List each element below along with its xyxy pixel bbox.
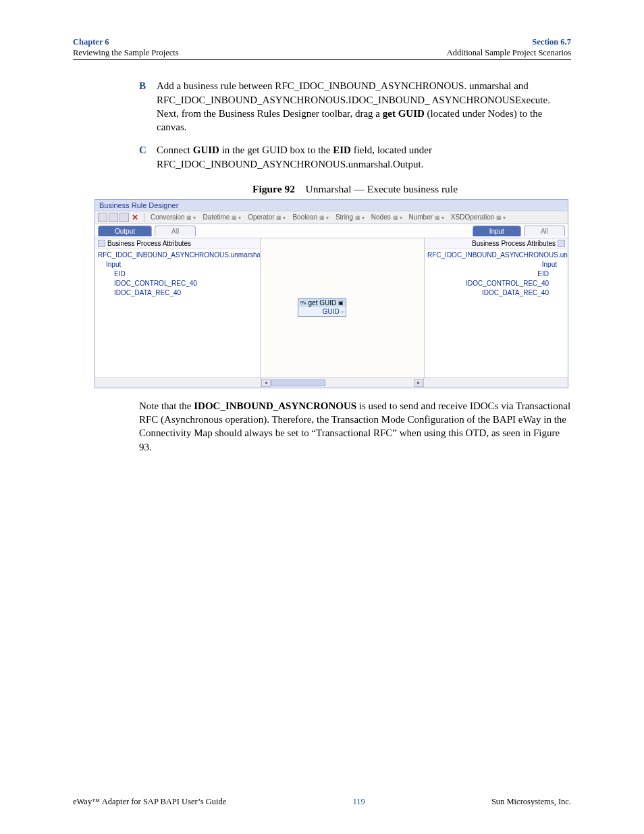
figure-text: Unmarshal — Execute business rule — [305, 183, 458, 194]
tool-delete-icon[interactable]: ✕ — [130, 213, 140, 222]
left-tree-title: Business Process Attributes — [95, 238, 260, 249]
step-b: B Add a business rule between RFC_IDOC_I… — [139, 79, 571, 134]
step-c-b1: GUID — [193, 145, 219, 155]
toolbar-menu[interactable]: Number ▦▾ — [407, 213, 448, 221]
toolbar-menu[interactable]: Conversion ▦▾ — [149, 213, 199, 221]
step-c-b2: EID — [333, 145, 351, 155]
canvas-node-get-guid[interactable]: ⁿ⁄ₙget GUID▣ GUID ◦ — [298, 298, 346, 317]
figure-caption: Figure 92 Unmarshal — Execute business r… — [139, 183, 571, 195]
toolbar-menu[interactable]: Operator ▦▾ — [246, 213, 289, 221]
section-title: Section 6.7 — [447, 37, 571, 48]
designer-panes: Business Process Attributes RFC_IDOC_INB… — [95, 238, 568, 377]
canvas-node-field[interactable]: GUID ◦ — [298, 307, 346, 316]
note-paragraph: Note that the IDOC_INBOUND_ASYNCRONOUS i… — [139, 399, 571, 454]
designer-titlebar: Business Rule Designer — [95, 200, 568, 211]
tab-output[interactable]: Output — [98, 226, 152, 236]
business-rule-designer: Business Rule Designer ✕ Conversion ▦▾ D… — [95, 199, 568, 388]
chapter-title: Chapter 6 — [73, 37, 179, 48]
left-tree-pane: Business Process Attributes RFC_IDOC_INB… — [95, 238, 261, 377]
tree-item[interactable]: EID — [98, 269, 257, 279]
step-c-pre: Connect — [157, 145, 193, 155]
toolbar-menu[interactable]: XSDOperation ▦▾ — [449, 213, 509, 221]
step-c-mid: in the get GUID box to the — [219, 145, 333, 155]
tree-item[interactable]: EID — [427, 269, 565, 279]
right-tree-pane: Business Process Attributes RFC_IDOC_INB… — [424, 238, 568, 377]
tree-item[interactable]: RFC_IDOC_INBOUND_ASYNCHRONOUS.unmarshal.… — [98, 251, 257, 260]
tool-icon[interactable] — [119, 213, 129, 222]
tree-item[interactable]: IDOC_CONTROL_REC_40 — [98, 279, 257, 288]
scroll-right-button[interactable]: ▸ — [414, 379, 423, 387]
tab-all-left[interactable]: All — [155, 226, 196, 236]
footer-left: eWay™ Adapter for SAP BAPI User’s Guide — [73, 797, 226, 807]
tree-item[interactable]: Input — [98, 260, 257, 269]
step-b-marker: B — [139, 79, 157, 134]
step-c: C Connect GUID in the get GUID box to th… — [139, 143, 571, 171]
toolbar-menu[interactable]: Boolean ▦▾ — [290, 213, 331, 221]
section-subtitle: Additional Sample Project Scenarios — [447, 48, 571, 59]
chapter-subtitle: Reviewing the Sample Projects — [73, 48, 179, 59]
toolbar-menu[interactable]: String ▦▾ — [333, 213, 368, 221]
toolbar-menu[interactable]: Datetime ▦▾ — [200, 213, 244, 221]
tab-all-right[interactable]: All — [524, 226, 565, 236]
tree-item[interactable]: IDOC_DATA_REC_40 — [98, 288, 257, 298]
toolbar-separator — [144, 213, 144, 222]
tree-item[interactable]: IDOC_DATA_REC_40 — [427, 288, 565, 298]
tree-icon — [98, 240, 105, 247]
step-c-marker: C — [139, 143, 157, 171]
toolbar-menu[interactable]: Nodes ▦▾ — [369, 213, 406, 221]
page-footer: eWay™ Adapter for SAP BAPI User’s Guide … — [73, 789, 571, 807]
page-header: Chapter 6 Reviewing the Sample Projects … — [73, 37, 571, 60]
designer-tabstrip: Output All Input All — [95, 224, 568, 238]
designer-toolbar: ✕ Conversion ▦▾ Datetime ▦▾ Operator ▦▾ … — [95, 211, 568, 224]
note-bold: IDOC_INBOUND_ASYNCRONOUS — [194, 400, 356, 411]
horizontal-scrollbar: ◂ ▸ — [95, 377, 568, 388]
figure-label: Figure 92 — [252, 183, 295, 194]
tool-icon[interactable] — [98, 213, 107, 222]
tree-item[interactable]: RFC_IDOC_INBOUND_ASYNCHRONOUS.unmarshal.… — [427, 251, 565, 260]
tab-input[interactable]: Input — [473, 226, 521, 236]
note-pre: Note that the — [139, 400, 194, 411]
right-tree-title: Business Process Attributes — [425, 238, 568, 249]
designer-canvas[interactable]: ⁿ⁄ₙget GUID▣ GUID ◦ — [261, 238, 424, 377]
canvas-node-title: get GUID — [308, 299, 337, 307]
right-tree: RFC_IDOC_INBOUND_ASYNCHRONOUS.unmarshal.… — [425, 249, 568, 299]
tree-item[interactable]: Input — [427, 260, 565, 269]
tool-icon[interactable] — [109, 213, 118, 222]
footer-page-number: 119 — [352, 797, 365, 807]
step-b-bold: get GUID — [383, 108, 425, 119]
scroll-left-button[interactable]: ◂ — [261, 379, 271, 387]
tree-item[interactable]: IDOC_CONTROL_REC_40 — [427, 279, 565, 288]
footer-right: Sun Microsystems, Inc. — [491, 797, 571, 807]
tree-icon — [558, 240, 565, 247]
left-tree: RFC_IDOC_INBOUND_ASYNCHRONOUS.unmarshal.… — [95, 249, 260, 299]
scroll-thumb[interactable] — [271, 380, 325, 386]
